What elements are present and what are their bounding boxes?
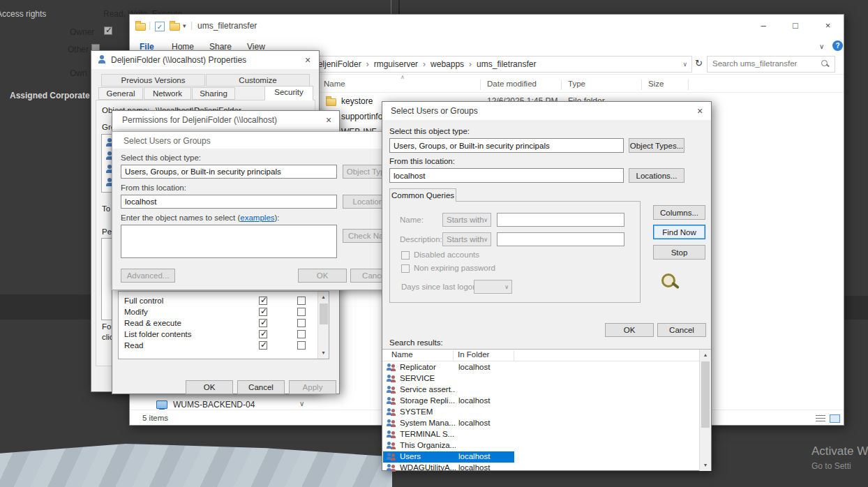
- column-header-name[interactable]: Name: [324, 80, 345, 88]
- deny-checkbox[interactable]: [297, 297, 306, 305]
- allow-checkbox[interactable]: [259, 297, 267, 305]
- search-box[interactable]: Search ums_filetransfer: [707, 56, 835, 73]
- thumbnail-view-icon[interactable]: [830, 414, 840, 423]
- result-row[interactable]: Storage Repli... localhost: [383, 396, 514, 407]
- column-header-type[interactable]: Type: [568, 80, 585, 88]
- refresh-icon[interactable]: ↻: [695, 58, 703, 68]
- deny-checkbox[interactable]: [297, 330, 306, 338]
- permission-row[interactable]: Read: [119, 340, 329, 352]
- deny-checkbox[interactable]: [297, 308, 306, 316]
- name-input[interactable]: [497, 213, 624, 227]
- nav-scroll-chevron-icon[interactable]: ∨: [299, 400, 304, 407]
- result-row[interactable]: SYSTEM: [383, 407, 514, 418]
- scroll-up-icon[interactable]: ▴: [700, 350, 711, 361]
- column-header-size[interactable]: Size: [648, 80, 664, 88]
- chevron-down-icon[interactable]: ▾: [183, 22, 186, 29]
- scroll-down-icon[interactable]: ▾: [700, 460, 711, 471]
- quick-access-check-icon[interactable]: ✓: [155, 22, 165, 31]
- name-operator-dropdown[interactable]: Starts with∨: [442, 213, 491, 227]
- tab-customize[interactable]: Customize: [206, 74, 310, 87]
- non-expiring-password-checkbox[interactable]: [401, 264, 410, 273]
- column-separator[interactable]: [480, 80, 481, 90]
- permissions-apply-button[interactable]: Apply: [289, 380, 336, 394]
- allow-checkbox[interactable]: [259, 330, 267, 338]
- close-button[interactable]: ×: [811, 15, 844, 37]
- advanced-ok-button[interactable]: OK: [605, 323, 654, 337]
- result-row[interactable]: Service assert...: [383, 384, 514, 396]
- scroll-down-icon[interactable]: ▾: [318, 347, 329, 359]
- quick-access-folder-icon[interactable]: [170, 23, 180, 31]
- permissions-cancel-button[interactable]: Cancel: [237, 380, 285, 394]
- location-field[interactable]: localhost: [389, 168, 624, 183]
- days-since-logon-dropdown[interactable]: ∨: [474, 280, 512, 294]
- select-users-titlebar[interactable]: Select Users or Groups: [112, 132, 390, 149]
- scrollbar[interactable]: ▴ ▾: [699, 350, 711, 471]
- results-column-folder[interactable]: In Folder: [458, 350, 489, 359]
- maximize-button[interactable]: □: [779, 15, 811, 37]
- permission-row[interactable]: Read & execute: [119, 318, 329, 329]
- stop-button[interactable]: Stop: [653, 245, 705, 260]
- description-operator-dropdown[interactable]: Starts with∨: [442, 232, 491, 246]
- tab-security[interactable]: Security: [264, 86, 313, 100]
- examples-link[interactable]: examples: [240, 213, 274, 222]
- tab-general[interactable]: General: [98, 87, 143, 100]
- result-row[interactable]: This Organiza...: [383, 440, 514, 451]
- permissions-ok-button[interactable]: OK: [186, 380, 233, 394]
- advanced-titlebar[interactable]: Select Users or Groups ×: [382, 102, 711, 120]
- results-column-name[interactable]: Name: [391, 350, 413, 359]
- breadcrumb-item[interactable]: ums_filetransfer: [477, 59, 536, 69]
- breadcrumb-item[interactable]: rmguiserver: [374, 59, 418, 69]
- result-row[interactable]: Users localhost: [383, 451, 514, 463]
- result-row[interactable]: TERMINAL S...: [383, 429, 514, 440]
- help-icon[interactable]: ?: [832, 40, 843, 51]
- column-separator[interactable]: [561, 80, 562, 90]
- allow-checkbox[interactable]: [259, 308, 267, 316]
- location-field[interactable]: localhost: [121, 195, 337, 209]
- permission-row[interactable]: List folder contents: [119, 329, 329, 340]
- result-row[interactable]: System Mana... localhost: [383, 418, 514, 429]
- object-type-field[interactable]: Users, Groups, or Built-in security prin…: [121, 165, 337, 179]
- result-row[interactable]: WDAGUtilityA... localhost: [383, 463, 514, 474]
- scrollbar[interactable]: ▴ ▾: [317, 292, 329, 359]
- scrollbar-thumb[interactable]: [701, 361, 710, 428]
- description-input[interactable]: [497, 232, 624, 246]
- allow-checkbox[interactable]: [259, 341, 267, 350]
- result-row[interactable]: SERVICE: [383, 373, 514, 384]
- common-queries-tab[interactable]: Common Queries: [389, 188, 456, 202]
- object-types-button[interactable]: Object Types...: [629, 138, 684, 153]
- properties-titlebar[interactable]: DeljeniFolder (\\localhost) Properties ×: [91, 51, 319, 69]
- chevron-right-icon[interactable]: ›: [469, 59, 472, 69]
- permissions-titlebar[interactable]: Permissions for DeljeniFolder (\\localho…: [112, 111, 339, 129]
- properties-close-icon[interactable]: ×: [301, 54, 315, 66]
- find-now-button[interactable]: Find Now: [653, 225, 705, 239]
- object-names-textarea[interactable]: [121, 225, 337, 258]
- column-separator[interactable]: [453, 350, 454, 361]
- advanced-close-icon[interactable]: ×: [693, 105, 707, 117]
- search-icon[interactable]: [821, 60, 830, 69]
- chevron-right-icon[interactable]: ›: [423, 59, 426, 69]
- ribbon-collapse-chevron-icon[interactable]: ∨: [819, 43, 824, 50]
- deny-checkbox[interactable]: [297, 341, 306, 350]
- list-view-icon[interactable]: [816, 415, 825, 422]
- allow-checkbox[interactable]: [259, 319, 267, 327]
- select-ok-button[interactable]: OK: [298, 269, 347, 283]
- owner-checkbox[interactable]: [104, 27, 112, 35]
- result-row[interactable]: Replicator localhost: [383, 362, 514, 373]
- scroll-up-icon[interactable]: ▴: [318, 292, 329, 303]
- tab-network[interactable]: Network: [144, 87, 191, 100]
- deny-checkbox[interactable]: [297, 319, 306, 327]
- tab-previous-versions[interactable]: Previous Versions: [101, 74, 205, 87]
- column-header-date[interactable]: Date modified: [487, 80, 537, 88]
- permissions-close-icon[interactable]: ×: [322, 114, 336, 126]
- disabled-accounts-checkbox[interactable]: [401, 251, 410, 260]
- permission-row[interactable]: Full control: [119, 296, 329, 307]
- address-dropdown-chevron-icon[interactable]: ∨: [682, 61, 687, 68]
- columns-button[interactable]: Columns...: [653, 205, 705, 220]
- permission-row[interactable]: Modify: [119, 307, 329, 318]
- column-separator[interactable]: [641, 80, 642, 90]
- breadcrumb-item[interactable]: webapps: [431, 59, 464, 69]
- tab-sharing[interactable]: Sharing: [192, 87, 235, 100]
- minimize-button[interactable]: –: [747, 15, 779, 37]
- column-separator[interactable]: [688, 80, 689, 90]
- scrollbar-thumb[interactable]: [320, 304, 328, 324]
